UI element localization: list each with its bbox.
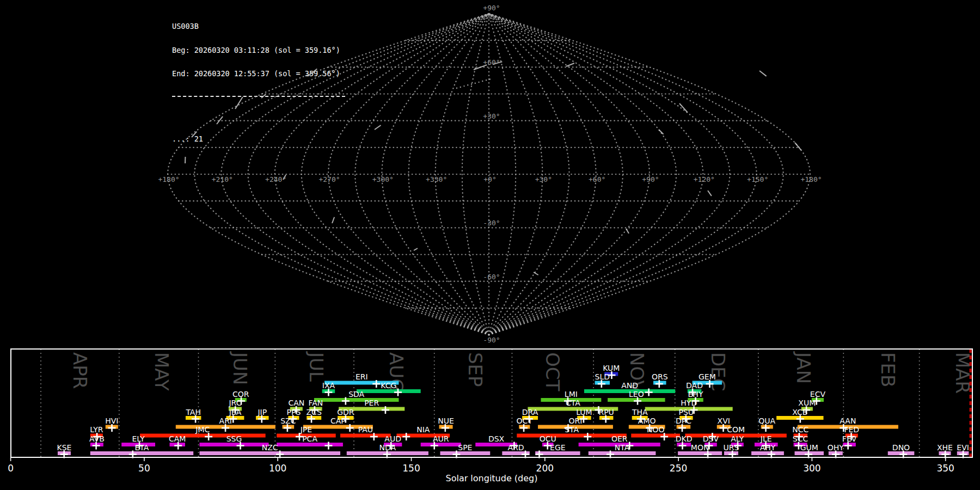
shower-label-PCA: PCA xyxy=(302,434,317,443)
x-tick-label: 200 xyxy=(536,463,554,474)
shower-label-AHY: AHY xyxy=(760,443,776,452)
shower-label-QUA: QUA xyxy=(758,416,775,425)
shower-label-AVB: AVB xyxy=(89,434,105,443)
shower-label-NIA: NIA xyxy=(416,425,430,434)
shower-label-NUE: NUE xyxy=(438,416,454,425)
shower-bar-NTA xyxy=(589,451,656,455)
shower-label-MON: MON xyxy=(691,443,709,452)
x-tick-label: 250 xyxy=(670,463,687,474)
shower-label-AMO: AMO xyxy=(638,416,656,425)
shower-label-HYD: HYD xyxy=(681,399,697,407)
shower-label-RPU: RPU xyxy=(598,408,614,416)
shower-label-SCC: SCC xyxy=(793,434,808,443)
shower-bar-PCA xyxy=(277,443,343,446)
month-label: JUL xyxy=(305,351,327,382)
shower-label-FAN: FAN xyxy=(308,399,323,407)
shower-label-GUM: GUM xyxy=(800,443,818,452)
shower-label-NDA: NDA xyxy=(379,443,396,452)
shower-label-FEV: FEV xyxy=(842,434,857,443)
month-label: SEP xyxy=(464,352,486,387)
shower-bar-NOO xyxy=(631,434,680,438)
shower-bar-ETA xyxy=(90,451,193,455)
shower-label-KUM: KUM xyxy=(603,364,620,372)
shower-label-SLD: SLD xyxy=(595,372,610,381)
shower-label-XCB: XCB xyxy=(792,408,807,416)
shower-label-JMC: JMC xyxy=(195,425,210,434)
shower-bar-SDA xyxy=(314,398,399,402)
month-label: MAY xyxy=(151,352,173,391)
shower-label-HVI: HVI xyxy=(105,416,118,425)
shower-bar-KCG xyxy=(357,389,421,393)
shower-label-NZC: NZC xyxy=(262,443,278,452)
shower-label-DSX: DSX xyxy=(488,434,505,443)
shower-bar-PAU xyxy=(340,434,391,438)
shower-label-LEO: LEO xyxy=(629,390,644,399)
shower-bar-MON xyxy=(678,451,722,455)
shower-label-DNO: DNO xyxy=(892,443,910,452)
shower-label-DPC: DPC xyxy=(676,416,691,425)
shower-label-SSG: SSG xyxy=(226,434,242,443)
screenshot-root: { "header": { "station": "US003B", "beg_… xyxy=(0,0,980,490)
shower-label-DKD: DKD xyxy=(676,434,693,443)
x-tick-label: 300 xyxy=(803,463,820,474)
shower-label-ORS: ORS xyxy=(652,372,668,381)
shower-bar-STA xyxy=(517,434,627,438)
shower-label-IXA: IXA xyxy=(322,381,335,390)
shower-label-XUM: XUM xyxy=(798,399,816,407)
shower-label-CAM: CAM xyxy=(169,434,186,443)
shower-label-PAU: PAU xyxy=(358,425,373,434)
shower-label-OCU: OCU xyxy=(540,434,556,443)
shower-label-ECV: ECV xyxy=(810,390,826,399)
shower-bar-AUR xyxy=(421,443,461,446)
shower-label-JRC: JRC xyxy=(228,399,241,407)
shower-bar-NZC xyxy=(199,451,340,455)
shower-label-ALY: ALY xyxy=(731,434,744,443)
shower-label-GDR: GDR xyxy=(337,408,354,416)
shower-label-JPE: JPE xyxy=(300,425,312,434)
shower-label-XHE: XHE xyxy=(937,443,953,452)
shower-label-THA: THA xyxy=(632,408,648,416)
shower-label-XVI: XVI xyxy=(718,416,730,425)
shower-label-OHY: OHY xyxy=(828,443,844,452)
shower-label-CTA: CTA xyxy=(566,399,580,407)
shower-label-ARI: ARI xyxy=(219,416,232,425)
shower-label-ARD: ARD xyxy=(508,443,524,452)
shower-label-URS: URS xyxy=(724,443,739,452)
shower-label-SPE: SPE xyxy=(458,443,472,452)
shower-bar-JMC xyxy=(140,434,266,438)
shower-label-FED: FED xyxy=(844,425,859,434)
month-label: APR xyxy=(69,352,91,389)
shower-label-AUD: AUD xyxy=(384,434,401,443)
shower-label-LYR: LYR xyxy=(90,425,103,434)
shower-label-STA: STA xyxy=(565,425,579,434)
activity-timeline: APRMAYJUNJULAUGSEPOCTNOVDECJANFEBMARKUME… xyxy=(0,0,980,490)
month-label: DEC xyxy=(707,352,729,391)
x-axis-title: Solar longitude (deg) xyxy=(446,473,538,483)
shower-label-PSU: PSU xyxy=(679,408,694,416)
shower-label-PPS: PPS xyxy=(287,408,301,416)
shower-bar-SSG xyxy=(199,443,268,446)
shower-label-SZC: SZC xyxy=(280,416,296,425)
shower-label-EVI: EVI xyxy=(957,443,969,452)
shower-label-JIP: JIP xyxy=(257,408,267,416)
shower-label-PER: PER xyxy=(364,399,379,407)
shower-label-AUR: AUR xyxy=(433,434,449,443)
shower-label-TAH: TAH xyxy=(185,408,201,416)
shower-label-DRA: DRA xyxy=(522,408,538,416)
shower-label-EHY: EHY xyxy=(688,390,703,399)
x-tick-label: 50 xyxy=(138,463,150,474)
shower-label-LMI: LMI xyxy=(565,390,578,399)
shower-label-OCT: OCT xyxy=(517,416,533,425)
shower-label-ORI: ORI xyxy=(569,416,583,425)
month-label: JAN xyxy=(793,351,814,384)
month-label: FEB xyxy=(877,352,899,387)
shower-label-ETA: ETA xyxy=(135,443,149,452)
shower-label-CAN: CAN xyxy=(288,399,304,407)
shower-label-NCC: NCC xyxy=(792,425,808,434)
shower-label-AAN: AAN xyxy=(840,416,856,425)
shower-label-JLE: JLE xyxy=(760,434,772,443)
shower-label-CAP: CAP xyxy=(330,416,346,425)
month-label: OCT xyxy=(542,352,564,391)
shower-label-OER: OER xyxy=(611,434,628,443)
shower-label-AND: AND xyxy=(621,381,638,390)
